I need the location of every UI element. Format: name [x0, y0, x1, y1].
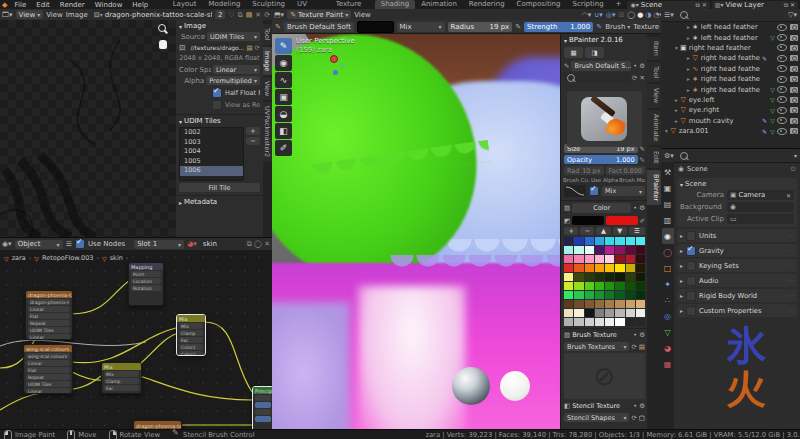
gear-icon[interactable]: ⚙	[639, 402, 645, 410]
filter-icon[interactable]: ▽▾	[788, 11, 797, 19]
remove-tile-button[interactable]: −	[246, 137, 260, 145]
palette-color-swatch[interactable]	[605, 300, 614, 308]
stencil-texture-header[interactable]: Stencil Texture	[572, 402, 631, 410]
fact-slider[interactable]: Fact0.800	[606, 166, 646, 175]
palette-sort-button[interactable]: ☰	[629, 227, 645, 235]
radius-slider[interactable]: Radius19 px	[448, 22, 513, 32]
palette-color-swatch[interactable]	[574, 282, 583, 290]
sidebar-tab[interactable]: View	[263, 77, 272, 100]
view-as-render-checkbox[interactable]	[212, 100, 222, 110]
workspace-tab[interactable]: Texture Paint	[330, 0, 375, 9]
copy-icon[interactable]: ⧉	[238, 11, 243, 19]
object-name[interactable]: right head feather	[689, 44, 760, 52]
palette-color-swatch[interactable]	[564, 291, 573, 299]
panel-checkbox[interactable]	[686, 246, 696, 256]
panel-checkbox[interactable]	[686, 231, 696, 241]
properties-tab[interactable]: ✦	[662, 276, 674, 292]
properties-tab[interactable]: ▦	[662, 356, 674, 372]
brush-menu[interactable]: Brush▾	[605, 23, 630, 31]
workspace-tab[interactable]: UV Editing	[291, 0, 330, 9]
menu-icon[interactable]: ☰	[66, 240, 72, 248]
outliner-row[interactable]: ▸ ∗ right head feather hook	[661, 74, 800, 84]
node-mapping[interactable]: Mapping PointLocationRotation	[128, 262, 164, 306]
object-name[interactable]: eye.left	[689, 96, 760, 104]
palette-color-swatch[interactable]	[615, 255, 624, 263]
palette-color-swatch[interactable]	[615, 273, 624, 281]
palette-color-swatch[interactable]	[636, 282, 645, 290]
workspace-tab[interactable]: Animation	[415, 0, 463, 9]
image-users-count[interactable]: 2	[215, 10, 225, 19]
collapsed-panel-header[interactable]: ▸ Gravity ⋯	[677, 244, 797, 257]
palette-color-swatch[interactable]	[615, 300, 624, 308]
palette-color-swatch[interactable]	[615, 264, 624, 272]
fake-user-icon[interactable]: ♡	[228, 11, 234, 19]
udim-tile-row[interactable]: 1005	[180, 157, 243, 167]
properties-tab[interactable]: ∴	[662, 292, 674, 308]
palette-color-swatch[interactable]	[626, 291, 635, 299]
brush-textures-dropdown[interactable]: Brush Textures▾	[564, 342, 629, 351]
palette-color-swatch[interactable]	[605, 318, 614, 326]
palette-color-swatch[interactable]	[595, 291, 604, 299]
scene-selector[interactable]: ◉▾Scene ⧉ ✕	[627, 1, 709, 9]
palette-color-swatch[interactable]	[564, 300, 573, 308]
outliner-row[interactable]: ▸ ▽ mouth cavity ✎ ▽	[661, 116, 800, 126]
view-menu[interactable]: View	[46, 11, 63, 19]
palette-move-up-button[interactable]: ▲	[596, 227, 610, 235]
palette-color-swatch[interactable]	[585, 309, 594, 317]
palette-color-swatch[interactable]	[626, 318, 635, 326]
image-panel-header[interactable]: ▾Image	[176, 20, 263, 31]
gizmo-dot-blue[interactable]	[333, 70, 338, 75]
palette-color-swatch[interactable]	[585, 282, 594, 290]
palette-color-swatch[interactable]	[626, 246, 635, 254]
use-nodes-checkbox[interactable]	[75, 239, 85, 249]
expand-caret[interactable]: ▸	[661, 97, 678, 103]
metadata-panel-header[interactable]: ▸Metadata	[176, 196, 263, 208]
palette-color-swatch[interactable]	[585, 273, 594, 281]
properties-tab[interactable]: ▤	[662, 196, 674, 212]
refresh-icon[interactable]: ⟳	[631, 343, 636, 351]
panel-checkbox[interactable]	[686, 291, 696, 301]
paint-layers-icon-button[interactable]: ▦	[564, 47, 583, 58]
udim-tile-row[interactable]: 1003	[180, 138, 243, 148]
palette-color-swatch[interactable]	[605, 237, 614, 245]
properties-tab[interactable]: ◉	[662, 228, 674, 244]
color-panel-dropdown[interactable]: Color	[572, 203, 631, 213]
palette-color-swatch[interactable]	[564, 273, 573, 281]
expand-caret[interactable]: ▸	[661, 35, 690, 41]
hide-viewport-icon[interactable]	[777, 34, 787, 41]
palette-color-swatch[interactable]	[595, 237, 604, 245]
palette-color-swatch[interactable]	[615, 309, 624, 317]
disable-render-icon[interactable]	[790, 107, 798, 113]
palette-color-swatch[interactable]	[585, 291, 594, 299]
udim-tile-row[interactable]: 1006	[180, 166, 243, 176]
hide-viewport-icon[interactable]	[777, 76, 787, 83]
outliner-row[interactable]: ▸ ∗ right head feather rig ▽	[661, 84, 800, 94]
expand-caret[interactable]: ▸	[661, 55, 690, 61]
palette-color-swatch[interactable]	[595, 264, 604, 272]
clear-icon[interactable]: ✕	[640, 74, 645, 82]
outliner-row[interactable]: ▸ ∗ left head feather rig ▽	[661, 32, 800, 42]
color-space-dropdown[interactable]: Linear▾	[213, 65, 260, 74]
blender-logo-icon[interactable]: ◆	[0, 1, 10, 9]
properties-tab[interactable]: ◎	[662, 308, 674, 324]
palette-color-swatch[interactable]	[626, 273, 635, 281]
palette-color-swatch[interactable]	[564, 309, 573, 317]
view-layer-selector[interactable]: ▥▾View Layer ⧉ ✕	[712, 1, 798, 9]
palette-color-swatch[interactable]	[595, 282, 604, 290]
palette-color-swatch[interactable]	[626, 255, 635, 263]
pin-icon[interactable]: ⊙	[790, 165, 796, 173]
use-alpha-checkbox[interactable]	[589, 186, 599, 196]
image-canvas[interactable]	[0, 20, 176, 237]
outliner-row[interactable]: ▾ ▽ zara.001 ✎ ▽	[661, 126, 800, 136]
palette-color-swatch[interactable]	[564, 246, 573, 254]
expand-caret[interactable]: ▸	[661, 24, 690, 30]
breadcrumb-item[interactable]: RetopoFlow.003	[42, 254, 94, 262]
solid-shading-icon[interactable]: ●	[637, 11, 643, 19]
pan-hand-gizmo-icon[interactable]	[159, 40, 167, 49]
palette-color-swatch[interactable]	[626, 300, 635, 308]
panel-checkbox[interactable]	[686, 261, 696, 271]
menu-item[interactable]: Edit	[31, 1, 55, 9]
object-name[interactable]: right head feather rig	[701, 86, 760, 94]
npanel-tab[interactable]: View	[647, 84, 661, 107]
palette-color-swatch[interactable]	[595, 309, 604, 317]
